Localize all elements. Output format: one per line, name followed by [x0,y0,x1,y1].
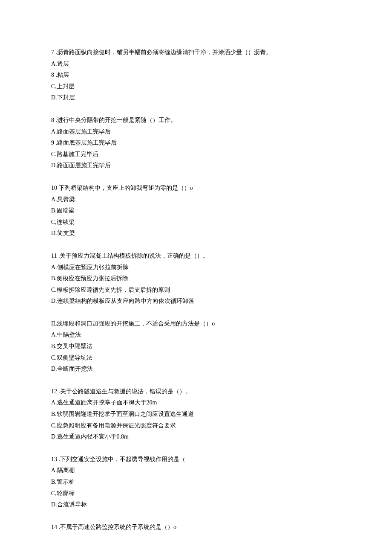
question-stem: 8 .进行中央分隔带的开挖一般是紧随（）工作。 [51,115,341,126]
option-b: B.警示桩 [51,477,341,488]
question-stem: 10 下列桥梁结构中，支座上的卸我弯矩为零的是（）o [51,183,341,194]
option-a: A.悬臂梁 [51,194,341,206]
option-b: B.软弱围岩隧道开挖掌子面至洞口之间应设置逃生通道 [51,409,341,420]
option-a: A.中隔壁法 [51,329,341,341]
question-7: 7 .沥青路面纵向接健时，铺另半幅前必须将缝边缘清扫干净，并涂洒少量（）沥青。 … [51,47,341,104]
option-c: C.路基施工完毕后 [51,149,341,160]
option-d: D.路面面层施工完毕后 [51,160,341,171]
option-a: A.隔离栅 [51,465,341,477]
question-12: 12 .关于公路隧道逃生与救援的说法，错误的是（）。 A.逃生通道距离开挖掌子面… [51,386,341,443]
question-stem: 7 .沥青路面纵向接健时，铺另半幅前必须将缝边缘清扫干净，并涂洒少量（）沥青。 [51,47,341,58]
question-11: 11 .关于预应力混凝土结构模板拆除的说法，正确的是（）。 A.侧模应在预应力张… [51,250,341,307]
question-il: IL浅埋段和洞口加强段的开挖施工，不适合采用的方法是（）o A.中隔壁法 B.交… [51,318,341,375]
option-a: A.侧模应在预应力张拉前拆除 [51,262,341,273]
question-8: 8 .进行中央分隔带的开挖一般是紧随（）工作。 A.路面基层施工完毕后 9 .路… [51,115,341,171]
question-stem: 13 .下列交通安全设施中，不起诱导视线作用的是（ [51,454,341,465]
question-14: 14 .不属于高速公路监控系统的子系统的是（）o [51,522,341,533]
option-a: A.逃生通道距离开挖掌子面不得大于20m [51,397,341,409]
option-b: 8 .粘层 [51,70,341,81]
option-c: C,连续梁 [51,217,341,228]
document-page: 7 .沥青路面纵向接健时，铺另半幅前必须将缝边缘清扫干净，并涂洒少量（）沥青。 … [0,0,392,555]
question-10: 10 下列桥梁结构中，支座上的卸我弯矩为零的是（）o A.悬臂梁 B.固端梁 C… [51,183,341,239]
option-d: D.全断面开挖法 [51,363,341,375]
option-b: B.交叉中隔壁法 [51,341,341,352]
question-stem: 12 .关于公路隧道逃生与救援的说法，错误的是（）。 [51,386,341,398]
question-stem: 11 .关于预应力混凝土结构模板拆除的说法，正确的是（）。 [51,250,341,262]
option-c: C,轮廓标 [51,488,341,500]
option-a: A.路面基层施工完毕后 [51,126,341,138]
option-c: C.双侧壁导坑法 [51,352,341,364]
option-c: C.应急照明应有备用电源并保证光照度符合要求 [51,420,341,432]
option-d: D.简支梁 [51,228,341,239]
question-stem: IL浅埋段和洞口加强段的开挖施工，不适合采用的方法是（）o [51,318,341,330]
option-d: D.下封层 [51,92,341,104]
option-a: A.透层 [51,58,341,70]
question-stem: 14 .不属于高速公路监控系统的子系统的是（）o [51,522,341,533]
option-b: B.侧模应在预应力张拉后拆除 [51,273,341,285]
option-b: B.固端梁 [51,205,341,217]
question-13: 13 .下列交通安全设施中，不起诱导视线作用的是（ A.隔离栅 B.警示桩 C,… [51,454,341,511]
option-d: D.逃生通道内径不宜小于0.8m [51,431,341,443]
option-d: D.连续梁结构的模板应从支座向跨中方向依次循环卸落 [51,296,341,307]
option-b: 9 .路面底基层施工完毕后 [51,137,341,149]
option-c: C,上封层 [51,81,341,93]
option-c: C.模板拆除应遵循先支先拆，后支后拆的原则 [51,285,341,296]
option-d: D.合流诱导标 [51,499,341,511]
